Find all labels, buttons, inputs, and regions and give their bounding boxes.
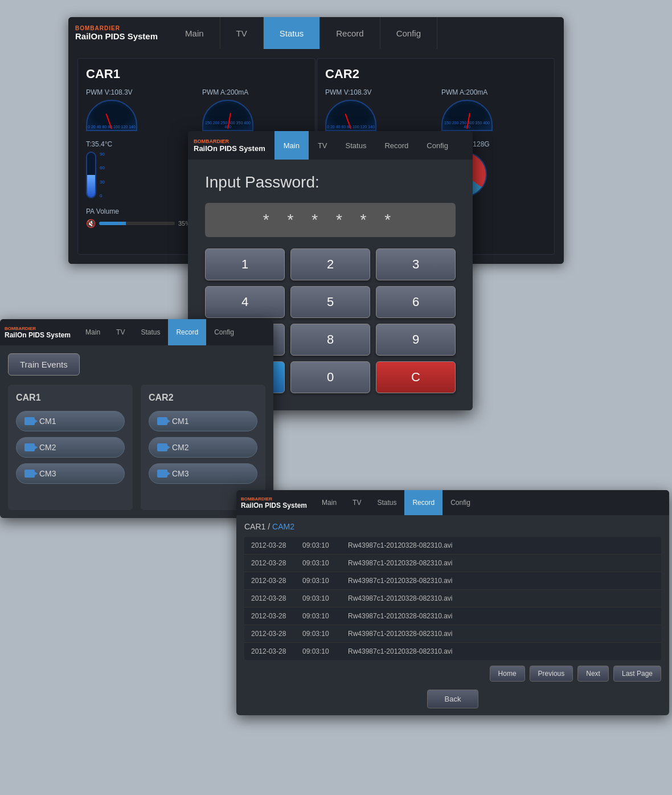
password-display: * * * * * * [205,203,456,237]
next-button[interactable]: Next [577,666,609,682]
car1-title: CAR1 [86,67,307,81]
file-name: Rw43987c1-20120328-082310.avi [348,577,654,585]
win2-brand-area: BOMBARDIER RailOn PIDS System [194,138,265,153]
numpad-4[interactable]: 4 [205,286,285,318]
camera-icon-car2-cm3 [157,470,167,478]
file-path-breadcrumb: CAR1 / CAM2 [244,522,661,531]
win1-brand-block: BOMBARDIER RailOn PIDS System [75,25,158,41]
numpad-8[interactable]: 8 [290,324,370,356]
camera-icon-car2-cm1 [157,417,167,425]
car1-cm2-button[interactable]: CM2 [16,437,125,458]
car1-camera-title: CAR1 [16,393,125,403]
tab-status-w2[interactable]: Status [337,131,376,160]
tab-tv-w4[interactable]: TV [345,490,369,515]
car1-pa-slider[interactable] [99,222,175,225]
tab-main-w2[interactable]: Main [274,131,309,160]
win1-brand-title: RailOn PIDS System [75,31,158,41]
win2-sys-name: RailOn PIDS System [194,144,265,153]
tab-status-w1[interactable]: Status [264,17,321,49]
win1-header: BOMBARDIER RailOn PIDS System Main TV St… [68,17,564,49]
tab-tv-w3[interactable]: TV [108,319,133,345]
car2-cm1-button[interactable]: CM1 [149,411,257,431]
train-events-button[interactable]: Train Events [8,353,80,376]
previous-button[interactable]: Previous [530,666,573,682]
car1-thermometer [86,152,96,198]
tab-record-w3[interactable]: Record [168,319,206,345]
tab-config-w2[interactable]: Config [417,131,457,160]
tab-status-w3[interactable]: Status [133,319,168,345]
car2-pwmv-gauge: 0 20 40 60 80 100 120 140 [325,100,376,131]
file-date: 2012-03-28 [251,559,302,567]
file-date: 2012-03-28 [251,594,302,602]
car2-pwmv-block: PWM V:108.3V 0 20 40 60 80 100 120 140 [325,88,430,131]
file-row[interactable]: 2012-03-28 09:03:10 Rw43987c1-20120328-0… [244,608,661,625]
file-time: 09:03:10 [302,577,348,585]
car1-cm1-label: CM1 [39,417,56,426]
file-row[interactable]: 2012-03-28 09:03:10 Rw43987c1-20120328-0… [244,643,661,660]
tab-main-w1[interactable]: Main [169,17,220,49]
tab-record-w1[interactable]: Record [320,17,380,49]
file-row[interactable]: 2012-03-28 09:03:10 Rw43987c1-20120328-0… [244,537,661,555]
tab-record-w4[interactable]: Record [404,490,442,515]
car1-pwmv-label: PWM V:108.3V [86,88,191,96]
file-name: Rw43987c1-20120328-082310.avi [348,559,654,567]
tab-main-w3[interactable]: Main [77,319,108,345]
win2-header: BOMBARDIER RailOn PIDS System Main TV St… [188,131,473,160]
home-button[interactable]: Home [490,666,525,682]
file-row[interactable]: 2012-03-28 09:03:10 Rw43987c1-20120328-0… [244,572,661,590]
tab-config-w4[interactable]: Config [442,490,478,515]
file-name: Rw43987c1-20120328-082310.avi [348,647,654,655]
win1-brand-name: BOMBARDIER [75,25,158,31]
win4-brand-name: BOMBARDIER [241,496,307,502]
back-button[interactable]: Back [427,690,479,708]
tab-config-w1[interactable]: Config [380,17,437,49]
file-time: 09:03:10 [302,630,348,638]
car1-cm1-button[interactable]: CM1 [16,411,125,431]
file-table: 2012-03-28 09:03:10 Rw43987c1-20120328-0… [244,537,661,660]
win3-brand-name: BOMBARDIER [5,326,71,331]
tab-record-w2[interactable]: Record [375,131,417,160]
file-path-car: CAR1 / [244,522,270,531]
file-name: Rw43987c1-20120328-082310.avi [348,594,654,602]
file-row[interactable]: 2012-03-28 09:03:10 Rw43987c1-20120328-0… [244,590,661,608]
numpad-3[interactable]: 3 [376,248,456,280]
tab-tv-w2[interactable]: TV [309,131,337,160]
car1-cm3-button[interactable]: CM3 [16,463,125,484]
tab-tv-w1[interactable]: TV [220,17,264,49]
car1-cm2-label: CM2 [39,443,56,452]
numpad-9[interactable]: 9 [376,324,456,356]
car2-pwmv-label: PWM V:108.3V [325,88,430,96]
car2-cm2-button[interactable]: CM2 [149,437,257,458]
file-row[interactable]: 2012-03-28 09:03:10 Rw43987c1-20120328-0… [244,625,661,643]
camera-icon-car1-cm1 [24,417,35,425]
numpad-6[interactable]: 6 [376,286,456,318]
tab-status-w4[interactable]: Status [369,490,404,515]
win3-brand-area: BOMBARDIER RailOn PIDS System [5,326,71,339]
win1-nav-tabs: Main TV Status Record Config [169,17,564,49]
tab-config-w3[interactable]: Config [206,319,242,345]
numpad-clear[interactable]: C [376,361,456,393]
car1-pwmv-block: PWM V:108.3V 0 20 40 60 80 100 120 140 [86,88,191,131]
car2-cm3-button[interactable]: CM3 [149,463,257,484]
car2-camera-title: CAR2 [149,393,257,403]
numpad-1[interactable]: 1 [205,248,285,280]
tab-main-w4[interactable]: Main [314,490,345,515]
file-row[interactable]: 2012-03-28 09:03:10 Rw43987c1-20120328-0… [244,555,661,572]
file-date: 2012-03-28 [251,541,302,549]
numpad-0[interactable]: 0 [290,361,370,393]
file-name: Rw43987c1-20120328-082310.avi [348,630,654,638]
file-time: 09:03:10 [302,559,348,567]
car2-title: CAR2 [325,67,546,81]
win3-body: Train Events CAR1 CM1 CM2 CM3 CAR2 [0,345,273,518]
file-path-cam[interactable]: CAM2 [272,522,294,531]
file-date: 2012-03-28 [251,630,302,638]
numpad-5[interactable]: 5 [290,286,370,318]
numpad-2[interactable]: 2 [290,248,370,280]
car1-camera-col: CAR1 CM1 CM2 CM3 [8,385,133,510]
file-name: Rw43987c1-20120328-082310.avi [348,541,654,549]
last-page-button[interactable]: Last Page [613,666,661,682]
file-date: 2012-03-28 [251,612,302,620]
file-time: 09:03:10 [302,541,348,549]
car1-pwmv-gauge: 0 20 40 60 80 100 120 140 [86,100,137,131]
car1-pwma-block: PWM A:200mA 150 200 250 300 350 400 480 [202,88,307,131]
